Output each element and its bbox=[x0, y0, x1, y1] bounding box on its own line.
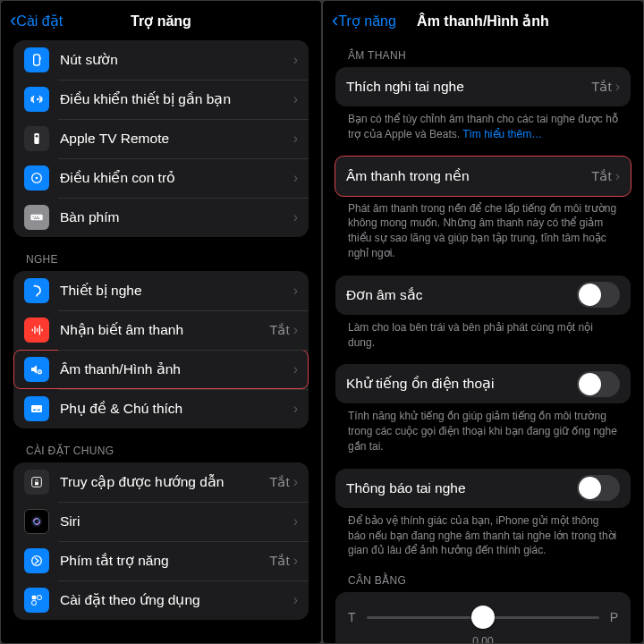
group-mono: Đơn âm sắc bbox=[335, 275, 631, 315]
row-label: Đơn âm sắc bbox=[346, 287, 577, 303]
row-background-sounds[interactable]: Âm thanh trong nền Tắt › bbox=[335, 157, 631, 196]
svg-rect-7 bbox=[30, 215, 42, 221]
chevron-right-icon: › bbox=[293, 553, 298, 569]
nearby-icon bbox=[24, 87, 49, 112]
svg-rect-13 bbox=[34, 326, 35, 334]
chevron-right-icon: › bbox=[293, 592, 298, 608]
svg-rect-15 bbox=[39, 326, 40, 335]
svg-point-6 bbox=[36, 177, 38, 180]
back-label: Cài đặt bbox=[16, 13, 63, 30]
chevron-left-icon: ‹ bbox=[10, 11, 16, 30]
row-label: Siri bbox=[60, 513, 293, 530]
section-audio: ÂM THANH bbox=[348, 49, 631, 62]
audiovisual-icon bbox=[24, 357, 49, 382]
row-label: Phụ đề & Chú thích bbox=[60, 401, 293, 417]
footer-headphone: Bạn có thể tùy chỉnh âm thanh cho các ta… bbox=[348, 112, 618, 142]
row-headphone-accom[interactable]: Thích nghi tai nghe Tắt › bbox=[335, 67, 631, 106]
svg-rect-19 bbox=[31, 405, 42, 412]
settings-row[interactable]: Âm thanh/Hình ảnh› bbox=[13, 350, 309, 389]
scroll-right[interactable]: ÂM THANH Thích nghi tai nghe Tắt › Bạn c… bbox=[323, 40, 643, 643]
switch-mono[interactable] bbox=[577, 282, 620, 308]
svg-point-27 bbox=[32, 556, 42, 566]
shortcut-icon bbox=[24, 548, 49, 573]
row-label: Âm thanh/Hình ảnh bbox=[60, 361, 293, 377]
balance-left-label: T bbox=[348, 610, 356, 624]
svg-point-4 bbox=[36, 135, 38, 138]
settings-row[interactable]: Truy cập được hướng dẫnTắt› bbox=[13, 462, 309, 502]
row-label: Bàn phím bbox=[60, 209, 293, 225]
ear-icon bbox=[24, 278, 49, 303]
back-button-right[interactable]: ‹ Trợ năng bbox=[332, 11, 396, 30]
chevron-right-icon: › bbox=[615, 168, 620, 184]
chevron-right-icon: › bbox=[615, 79, 620, 95]
row-label: Điều khiển con trỏ bbox=[60, 170, 293, 186]
svg-rect-1 bbox=[39, 57, 40, 60]
settings-row[interactable]: Bàn phím› bbox=[13, 198, 309, 237]
row-mono-audio[interactable]: Đơn âm sắc bbox=[335, 275, 631, 315]
slider-track[interactable] bbox=[367, 616, 599, 619]
footer-notif: Để bảo vệ thính giác của bạn, iPhone gửi… bbox=[348, 513, 618, 558]
settings-row[interactable]: Phím tắt trợ năngTắt› bbox=[13, 541, 309, 580]
settings-row[interactable]: Apple TV Remote› bbox=[13, 119, 309, 158]
settings-row[interactable]: Cài đặt theo ứng dụng› bbox=[13, 580, 309, 620]
chevron-right-icon: › bbox=[293, 474, 298, 490]
back-label: Trợ năng bbox=[338, 13, 396, 30]
settings-row[interactable]: Điều khiển thiết bị gần bạn› bbox=[13, 80, 309, 119]
row-value: Tắt bbox=[269, 553, 289, 569]
svg-rect-29 bbox=[38, 596, 42, 600]
settings-row[interactable]: Thiết bị nghe› bbox=[13, 271, 309, 310]
svg-rect-8 bbox=[32, 216, 33, 217]
header-left: ‹ Cài đặt Trợ năng bbox=[1, 1, 321, 40]
chevron-right-icon: › bbox=[293, 91, 298, 107]
balance-right-label: P bbox=[610, 610, 618, 624]
scroll-left[interactable]: Nút sườn›Điều khiển thiết bị gần bạn›App… bbox=[1, 40, 321, 643]
chevron-right-icon: › bbox=[293, 209, 298, 225]
svg-rect-9 bbox=[35, 216, 36, 217]
row-label: Cài đặt theo ứng dụng bbox=[60, 592, 293, 608]
svg-rect-11 bbox=[34, 218, 40, 219]
footer-bg-sounds: Phát âm thanh trong nền để che lấp tiếng… bbox=[348, 201, 618, 261]
row-headphone-notif[interactable]: Thông báo tai nghe bbox=[335, 469, 631, 508]
chevron-right-icon: › bbox=[293, 170, 298, 186]
row-label: Truy cập được hướng dẫn bbox=[60, 474, 269, 490]
row-value: Tắt bbox=[269, 474, 289, 490]
row-value: Tắt bbox=[269, 322, 289, 338]
pointer-icon bbox=[24, 165, 49, 191]
svg-rect-12 bbox=[32, 329, 33, 332]
row-value: Tắt bbox=[591, 168, 611, 184]
section-hearing: NGHE bbox=[26, 253, 309, 266]
footer-noise: Tính năng khử tiếng ồn giúp giảm tiếng ồ… bbox=[348, 409, 618, 453]
settings-row[interactable]: Nhận biết âm thanhTắt› bbox=[13, 310, 309, 350]
balance-value: 0,00 bbox=[335, 635, 631, 643]
chevron-right-icon: › bbox=[293, 513, 298, 530]
side-button-icon bbox=[24, 47, 49, 72]
section-balance: CÂN BẰNG bbox=[348, 574, 631, 587]
header-right: ‹ Trợ năng Âm thanh/Hình ảnh bbox=[323, 1, 643, 40]
switch-noise-cancel[interactable] bbox=[577, 371, 620, 397]
settings-row[interactable]: Nút sườn› bbox=[13, 40, 309, 80]
row-label: Âm thanh trong nền bbox=[346, 168, 591, 184]
svg-rect-21 bbox=[38, 410, 40, 411]
switch-headphone-notif[interactable] bbox=[577, 475, 620, 501]
svg-rect-30 bbox=[32, 601, 37, 606]
settings-row[interactable]: Điều khiển con trỏ› bbox=[13, 158, 309, 198]
settings-row[interactable]: Siri› bbox=[13, 502, 309, 541]
back-button-left[interactable]: ‹ Cài đặt bbox=[10, 11, 63, 30]
group-physical: Nút sườn›Điều khiển thiết bị gần bạn›App… bbox=[13, 40, 309, 237]
group-headphone-accom: Thích nghi tai nghe Tắt › bbox=[335, 67, 631, 106]
remote-icon bbox=[24, 126, 49, 151]
group-balance: T P 0,00 bbox=[335, 592, 631, 643]
svg-rect-16 bbox=[41, 329, 42, 332]
settings-row[interactable]: Phụ đề & Chú thích› bbox=[13, 389, 309, 428]
row-label: Nút sườn bbox=[60, 52, 293, 68]
learn-more-link[interactable]: Tìm hiểu thêm… bbox=[462, 128, 542, 140]
chevron-right-icon: › bbox=[293, 52, 298, 68]
left-pane: ‹ Cài đặt Trợ năng Nút sườn›Điều khiển t… bbox=[1, 1, 321, 643]
svg-rect-14 bbox=[37, 328, 38, 332]
soundrec-icon bbox=[24, 318, 49, 343]
group-noise-cancel: Khử tiếng ồn điện thoại bbox=[335, 364, 631, 403]
row-noise-cancel[interactable]: Khử tiếng ồn điện thoại bbox=[335, 364, 631, 403]
svg-rect-28 bbox=[32, 596, 37, 600]
slider-knob[interactable] bbox=[471, 606, 495, 629]
svg-rect-23 bbox=[35, 482, 38, 485]
